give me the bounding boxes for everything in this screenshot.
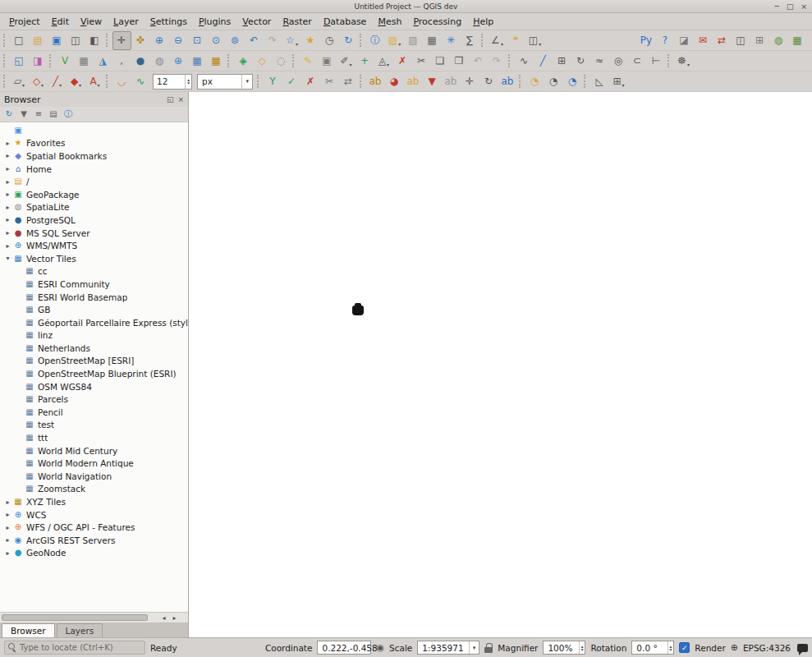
tree-item-vt-osm-wgs84[interactable]: ▦ OSM WGS84 (0, 380, 188, 393)
pan-map[interactable]: ✛ (112, 31, 131, 50)
stream-digitizing[interactable]: ∿ (131, 72, 150, 91)
move-label[interactable]: ✛ (461, 72, 479, 91)
toolbar-handle[interactable] (519, 75, 522, 88)
tree-expand-arrow[interactable]: ▸ (3, 152, 12, 159)
new-temporary-scratch-layer[interactable]: ◌ (272, 52, 291, 71)
add-raster-layer[interactable]: ▦ (75, 52, 94, 71)
tree-expand-arrow[interactable]: ▸ (3, 178, 12, 186)
tree-item-vt-parcels[interactable]: ▦ Parcels (0, 393, 188, 406)
new-3d-map-view[interactable]: ◫▾ (525, 31, 544, 50)
tree-expand-arrow[interactable]: ▸ (3, 229, 12, 237)
reverse-line[interactable]: ⇄ (339, 72, 358, 91)
help-contents[interactable]: ? (656, 31, 675, 50)
tree-expand-arrow[interactable]: ▾ (3, 255, 12, 262)
tree-expand-arrow[interactable]: ▸ (3, 524, 12, 531)
new-print-layout[interactable]: ◫ (67, 31, 85, 50)
toggle-editing[interactable]: ✎ (299, 52, 318, 71)
tree-item-vt-netherlands[interactable]: ▦ Netherlands (0, 342, 188, 355)
menu-item[interactable]: Mesh (372, 15, 407, 29)
tree-item-vt-test[interactable]: ▦ test (0, 419, 188, 432)
open-project[interactable]: ▤ (29, 31, 48, 50)
locate-input[interactable] (20, 643, 141, 652)
tree-item-home[interactable]: ▸ ⌂ Home (0, 163, 188, 176)
menu-item[interactable]: Layer (108, 15, 145, 29)
tree-item-vt-world-modern-antique[interactable]: ▦ World Modern Antique (0, 457, 188, 470)
refresh-map[interactable]: ↻ (339, 31, 358, 50)
new-shapefile-layer[interactable]: ◇ (253, 52, 272, 71)
new-project[interactable]: □ (10, 31, 29, 50)
zoom-last[interactable]: ↶ (245, 31, 264, 50)
menu-item[interactable]: Vector (236, 15, 277, 29)
simplify-feature[interactable]: ≈ (590, 52, 609, 71)
maximize-button[interactable]: □ (787, 2, 794, 11)
toolbar-handle[interactable] (360, 75, 363, 88)
temporal-controller[interactable]: ◷ (320, 31, 339, 50)
tree-expand-arrow[interactable]: ▸ (3, 549, 12, 557)
save-project[interactable]: ▣ (48, 31, 67, 50)
change-label[interactable]: ab (498, 72, 517, 91)
trim-extend[interactable]: ⊢ (647, 52, 666, 71)
magnifier-spinner[interactable]: 100% ▴▾ (543, 641, 585, 655)
paste-features[interactable]: ❐ (450, 52, 469, 71)
menu-item[interactable]: Edit (46, 15, 75, 29)
tree-item-geonode[interactable]: ▸ ● GeoNode (0, 547, 188, 560)
redo[interactable]: ↷ (488, 52, 507, 71)
measure-line[interactable]: ∠▾ (488, 31, 507, 50)
map-canvas[interactable] (189, 92, 812, 637)
tree-item-geopackage[interactable]: ▸ ▣ GeoPackage (0, 188, 188, 201)
reshape-features[interactable]: ∿ (515, 52, 534, 71)
browser-refresh[interactable]: ↻ (2, 108, 16, 122)
deselect-features[interactable]: ▧ (404, 31, 423, 50)
log-messages-icon[interactable] (797, 644, 808, 652)
toolbar-handle[interactable] (584, 75, 587, 88)
merge-features[interactable]: ⊞ (553, 52, 571, 71)
extents-toggle-icon[interactable]: ◉ (376, 642, 384, 653)
select-features[interactable]: ▨▾ (385, 31, 404, 50)
georeferencer[interactable]: ⊞ (750, 31, 769, 50)
layer-diagram-options[interactable]: ◕ (385, 72, 404, 91)
tree-item-vector-tiles[interactable]: ▾ ▦ Vector Tiles (0, 252, 188, 265)
menu-item[interactable]: Database (318, 15, 373, 29)
tree-item-wfs[interactable]: ▸ ⊕ WFS / OGC API - Features (0, 521, 188, 534)
float-panel[interactable]: ◱ (167, 95, 174, 103)
tree-expand-arrow[interactable]: ▸ (3, 216, 12, 223)
show-spatial-bookmarks[interactable]: ★ (301, 31, 320, 50)
line-annotation[interactable]: ╱▾ (48, 72, 67, 91)
tree-expand-arrow[interactable]: ▸ (3, 536, 12, 544)
toolbar-options[interactable]: ☸▾ (674, 52, 693, 71)
grass-tools[interactable]: ▦ (788, 31, 807, 50)
offline-editing[interactable]: ⇄ (713, 31, 732, 50)
tree-item-vt-ttt[interactable]: ▦ ttt (0, 431, 188, 444)
menu-item[interactable]: Settings (145, 15, 193, 29)
font-size-spinner[interactable]: 12 ▴▾ (153, 74, 192, 90)
show-hide-labels[interactable]: ab (442, 72, 461, 91)
metasearch[interactable]: ✉ (694, 31, 713, 50)
change-diagram[interactable]: ◔ (563, 72, 582, 91)
create-annotation-layer[interactable]: ▱▾ (10, 72, 29, 91)
toolbar-handle[interactable] (292, 54, 296, 67)
add-vector-layer[interactable]: V (56, 52, 75, 71)
pan-map-to-selection[interactable]: ✜ (131, 31, 150, 50)
browser-horizontal-scrollbar[interactable]: ◂ ▸ (0, 612, 188, 623)
statistical-summary[interactable]: ∑ (461, 31, 479, 50)
browser-properties-widget[interactable]: ▤ (47, 108, 61, 122)
menu-item[interactable]: Project (3, 15, 46, 29)
dock-tab-browser[interactable]: Browser (2, 623, 55, 637)
rotation-spinner[interactable]: 0.0 ° ▴▾ (631, 641, 674, 655)
toolbar-handle[interactable] (257, 75, 260, 88)
spinner-arrows-icon[interactable]: ▴▾ (579, 641, 585, 654)
tree-item-arcgis-rest[interactable]: ▸ ◉ ArcGIS REST Servers (0, 534, 188, 547)
add-ring[interactable]: ◎ (609, 52, 628, 71)
open-attribute-table[interactable]: ▦ (423, 31, 442, 50)
add-vector-tile-layer[interactable]: ▦ (188, 52, 207, 71)
offset-curve[interactable]: ⊂ (628, 52, 647, 71)
save-layer-edits[interactable]: ▣ (318, 52, 337, 71)
tree-expand-arrow[interactable]: ▸ (3, 140, 12, 147)
tree-item-postgresql[interactable]: ▸ ● PostgreSQL (0, 214, 188, 227)
tree-expand-arrow[interactable]: ▸ (3, 191, 12, 198)
delete-part[interactable]: ✗ (301, 72, 320, 91)
topology-checker[interactable]: ✓ (282, 72, 301, 91)
pin-unpin-labels[interactable]: ▼ (423, 72, 442, 91)
tree-item-favorites[interactable]: ▸ ★ Favorites (0, 137, 188, 150)
copy-features[interactable]: ❏ (431, 52, 450, 71)
